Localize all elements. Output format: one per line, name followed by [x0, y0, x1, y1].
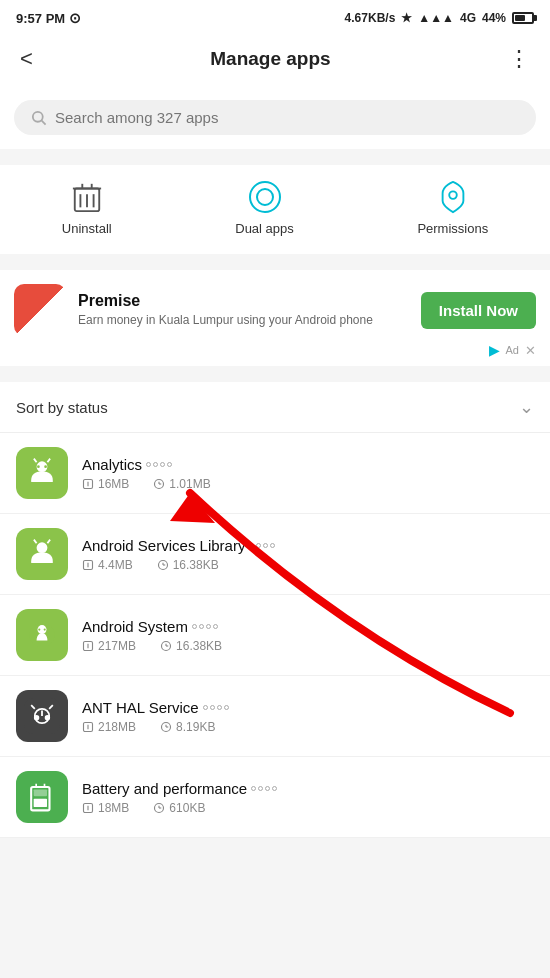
ad-footer: ▶ Ad ✕	[14, 342, 536, 358]
svg-point-9	[250, 182, 280, 212]
android-icon-services	[16, 528, 68, 580]
sort-bar[interactable]: Sort by status ⌄	[0, 382, 550, 433]
install-now-button[interactable]: Install Now	[421, 292, 536, 329]
loading-dots-services	[249, 543, 275, 548]
permissions-action[interactable]: Permissions	[417, 179, 488, 236]
app-size-system: 217MB	[82, 639, 136, 653]
battery-indicator	[512, 12, 534, 24]
ad-close-button[interactable]: ✕	[525, 343, 536, 358]
svg-rect-55	[34, 799, 47, 807]
app-icon-android-system	[16, 609, 68, 661]
loading-dots-analytics	[146, 462, 172, 467]
ad-name: Premise	[78, 292, 409, 310]
svg-point-23	[37, 542, 48, 553]
ad-content: Premise Earn money in Kuala Lumpur using…	[14, 284, 536, 336]
ad-logo	[14, 284, 66, 336]
app-cache-analytics: 1.01MB	[153, 477, 210, 491]
svg-point-17	[44, 465, 47, 468]
app-cache-services: 16.38KB	[157, 558, 219, 572]
app-icon-android-services	[16, 528, 68, 580]
app-icon-battery	[16, 771, 68, 823]
svg-line-24	[34, 540, 37, 544]
app-info-battery: Battery and performance 18MB 610KB	[82, 780, 534, 815]
app-info-ant-hal: ANT HAL Service 218MB 8.19KB	[82, 699, 534, 734]
app-size-services: 4.4MB	[82, 558, 133, 572]
svg-point-45	[34, 715, 39, 720]
app-info-analytics: Analytics 16MB 1.01MB	[82, 456, 534, 491]
svg-point-11	[449, 191, 457, 199]
app-item-ant-hal[interactable]: ANT HAL Service 218MB 8.19KB	[0, 676, 550, 757]
voice-icon: ⊙	[69, 10, 81, 26]
app-meta-battery: 18MB 610KB	[82, 801, 534, 815]
page-title: Manage apps	[210, 48, 330, 70]
status-right: 4.67KB/s ★ ▲▲▲ 4G 44%	[345, 11, 534, 25]
app-icon-analytics	[16, 447, 68, 499]
app-name-android-services: Android Services Library	[82, 537, 534, 554]
svg-point-10	[257, 189, 273, 205]
loading-dots-system	[192, 624, 218, 629]
sort-chevron-icon: ⌄	[519, 396, 534, 418]
svg-point-16	[37, 465, 40, 468]
app-icon-ant-hal	[16, 690, 68, 742]
loading-dots-battery	[251, 786, 277, 791]
app-name-battery: Battery and performance	[82, 780, 534, 797]
sort-label: Sort by status	[16, 399, 108, 416]
uninstall-icon	[69, 179, 105, 215]
app-item-android-services[interactable]: Android Services Library 4.4MB 16.38KB	[0, 514, 550, 595]
ad-description: Earn money in Kuala Lumpur using your An…	[78, 312, 409, 329]
app-name-android-system: Android System	[82, 618, 534, 635]
permissions-icon	[435, 179, 471, 215]
app-meta-android-services: 4.4MB 16.38KB	[82, 558, 534, 572]
svg-point-46	[45, 715, 50, 720]
more-options-button[interactable]: ⋮	[504, 42, 534, 76]
permissions-label: Permissions	[417, 221, 488, 236]
ad-banner: Premise Earn money in Kuala Lumpur using…	[0, 270, 550, 366]
search-section	[0, 90, 550, 149]
app-list-section: Analytics 16MB 1.01MB	[0, 433, 550, 838]
app-list: Analytics 16MB 1.01MB	[0, 433, 550, 838]
app-size-ant: 218MB	[82, 720, 136, 734]
back-button[interactable]: <	[16, 42, 37, 76]
svg-rect-56	[34, 790, 47, 797]
app-info-android-services: Android Services Library 4.4MB 16.38KB	[82, 537, 534, 572]
svg-point-33	[38, 629, 40, 631]
app-cache-ant: 8.19KB	[160, 720, 215, 734]
app-size-battery: 18MB	[82, 801, 129, 815]
dual-apps-icon	[247, 179, 283, 215]
app-cache-battery: 610KB	[153, 801, 205, 815]
app-meta-android-system: 217MB 16.38KB	[82, 639, 534, 653]
uninstall-label: Uninstall	[62, 221, 112, 236]
bluetooth-icon: ★	[401, 11, 412, 25]
app-item-battery[interactable]: Battery and performance 18MB 610KB	[0, 757, 550, 838]
dual-apps-label: Dual apps	[235, 221, 294, 236]
loading-dots-ant	[203, 705, 229, 710]
app-name-ant-hal: ANT HAL Service	[82, 699, 534, 716]
search-icon	[30, 109, 47, 126]
app-meta-ant-hal: 218MB 8.19KB	[82, 720, 534, 734]
app-name-analytics: Analytics	[82, 456, 534, 473]
svg-line-14	[34, 459, 37, 463]
app-info-android-system: Android System 217MB 16.38KB	[82, 618, 534, 653]
search-box[interactable]	[14, 100, 536, 135]
app-item-analytics[interactable]: Analytics 16MB 1.01MB	[0, 433, 550, 514]
android-icon-analytics	[16, 447, 68, 499]
status-time: 9:57 PM ⊙	[16, 10, 81, 26]
app-item-android-system[interactable]: Android System 217MB 16.38KB	[0, 595, 550, 676]
uninstall-action[interactable]: Uninstall	[62, 179, 112, 236]
android-system-icon	[16, 609, 68, 661]
signal-icon: ▲▲▲	[418, 11, 454, 25]
battery-app-icon	[16, 771, 68, 823]
svg-line-25	[47, 540, 50, 544]
ad-label: Ad	[506, 344, 519, 356]
svg-point-34	[44, 629, 46, 631]
action-bar: Uninstall Dual apps Permissions	[0, 165, 550, 254]
ant-icon	[16, 690, 68, 742]
status-bar: 9:57 PM ⊙ 4.67KB/s ★ ▲▲▲ 4G 44%	[0, 0, 550, 32]
search-input[interactable]	[55, 109, 520, 126]
page-header: < Manage apps ⋮	[0, 32, 550, 90]
svg-line-1	[42, 121, 46, 125]
svg-point-0	[33, 112, 43, 122]
app-meta-analytics: 16MB 1.01MB	[82, 477, 534, 491]
ad-info: Premise Earn money in Kuala Lumpur using…	[78, 292, 409, 329]
dual-apps-action[interactable]: Dual apps	[235, 179, 294, 236]
